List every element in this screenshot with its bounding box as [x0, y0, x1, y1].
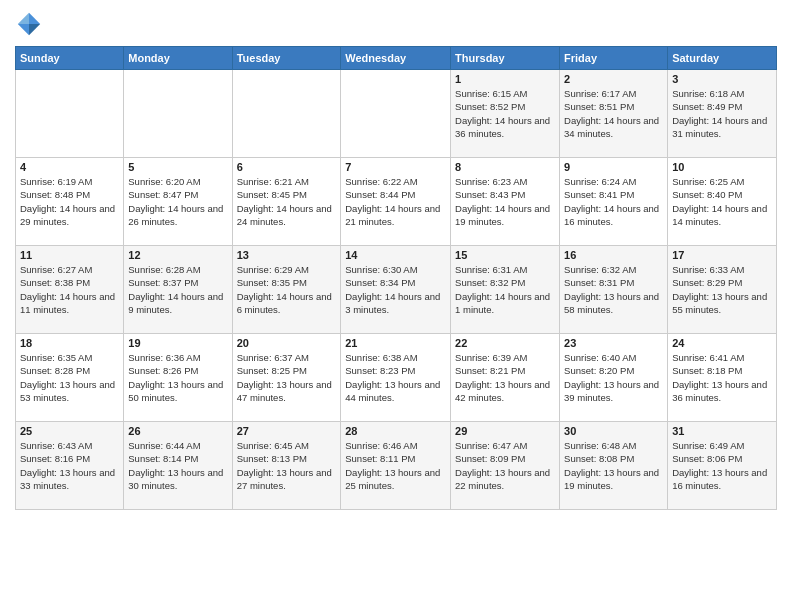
calendar-cell: 18Sunrise: 6:35 AM Sunset: 8:28 PM Dayli… [16, 334, 124, 422]
weekday-header-wednesday: Wednesday [341, 47, 451, 70]
calendar-cell: 24Sunrise: 6:41 AM Sunset: 8:18 PM Dayli… [668, 334, 777, 422]
calendar-cell: 12Sunrise: 6:28 AM Sunset: 8:37 PM Dayli… [124, 246, 232, 334]
day-info: Sunrise: 6:45 AM Sunset: 8:13 PM Dayligh… [237, 439, 337, 492]
day-info: Sunrise: 6:33 AM Sunset: 8:29 PM Dayligh… [672, 263, 772, 316]
day-number: 14 [345, 249, 446, 261]
day-number: 7 [345, 161, 446, 173]
day-number: 5 [128, 161, 227, 173]
calendar-cell: 1Sunrise: 6:15 AM Sunset: 8:52 PM Daylig… [451, 70, 560, 158]
day-number: 29 [455, 425, 555, 437]
day-info: Sunrise: 6:25 AM Sunset: 8:40 PM Dayligh… [672, 175, 772, 228]
logo [15, 10, 47, 38]
calendar-header: SundayMondayTuesdayWednesdayThursdayFrid… [16, 47, 777, 70]
day-number: 8 [455, 161, 555, 173]
day-number: 31 [672, 425, 772, 437]
day-info: Sunrise: 6:35 AM Sunset: 8:28 PM Dayligh… [20, 351, 119, 404]
svg-marker-3 [18, 24, 29, 35]
weekday-header-thursday: Thursday [451, 47, 560, 70]
day-info: Sunrise: 6:28 AM Sunset: 8:37 PM Dayligh… [128, 263, 227, 316]
calendar-cell: 6Sunrise: 6:21 AM Sunset: 8:45 PM Daylig… [232, 158, 341, 246]
week-row-3: 11Sunrise: 6:27 AM Sunset: 8:38 PM Dayli… [16, 246, 777, 334]
svg-marker-1 [29, 24, 40, 35]
calendar-cell [232, 70, 341, 158]
weekday-header-sunday: Sunday [16, 47, 124, 70]
day-info: Sunrise: 6:41 AM Sunset: 8:18 PM Dayligh… [672, 351, 772, 404]
day-info: Sunrise: 6:36 AM Sunset: 8:26 PM Dayligh… [128, 351, 227, 404]
svg-marker-0 [29, 13, 40, 24]
day-number: 26 [128, 425, 227, 437]
day-info: Sunrise: 6:18 AM Sunset: 8:49 PM Dayligh… [672, 87, 772, 140]
week-row-1: 1Sunrise: 6:15 AM Sunset: 8:52 PM Daylig… [16, 70, 777, 158]
weekday-header-monday: Monday [124, 47, 232, 70]
day-number: 17 [672, 249, 772, 261]
weekday-header-friday: Friday [560, 47, 668, 70]
calendar-cell: 3Sunrise: 6:18 AM Sunset: 8:49 PM Daylig… [668, 70, 777, 158]
calendar-cell: 16Sunrise: 6:32 AM Sunset: 8:31 PM Dayli… [560, 246, 668, 334]
day-number: 30 [564, 425, 663, 437]
day-info: Sunrise: 6:17 AM Sunset: 8:51 PM Dayligh… [564, 87, 663, 140]
day-info: Sunrise: 6:49 AM Sunset: 8:06 PM Dayligh… [672, 439, 772, 492]
calendar-cell: 31Sunrise: 6:49 AM Sunset: 8:06 PM Dayli… [668, 422, 777, 510]
day-info: Sunrise: 6:46 AM Sunset: 8:11 PM Dayligh… [345, 439, 446, 492]
day-number: 23 [564, 337, 663, 349]
calendar-cell: 14Sunrise: 6:30 AM Sunset: 8:34 PM Dayli… [341, 246, 451, 334]
day-number: 11 [20, 249, 119, 261]
header [15, 10, 777, 38]
day-number: 10 [672, 161, 772, 173]
day-info: Sunrise: 6:24 AM Sunset: 8:41 PM Dayligh… [564, 175, 663, 228]
day-number: 4 [20, 161, 119, 173]
calendar-cell: 13Sunrise: 6:29 AM Sunset: 8:35 PM Dayli… [232, 246, 341, 334]
day-number: 21 [345, 337, 446, 349]
day-info: Sunrise: 6:38 AM Sunset: 8:23 PM Dayligh… [345, 351, 446, 404]
svg-marker-2 [18, 13, 29, 24]
calendar-table: SundayMondayTuesdayWednesdayThursdayFrid… [15, 46, 777, 510]
calendar-cell: 22Sunrise: 6:39 AM Sunset: 8:21 PM Dayli… [451, 334, 560, 422]
week-row-4: 18Sunrise: 6:35 AM Sunset: 8:28 PM Dayli… [16, 334, 777, 422]
calendar-cell: 27Sunrise: 6:45 AM Sunset: 8:13 PM Dayli… [232, 422, 341, 510]
day-number: 22 [455, 337, 555, 349]
day-info: Sunrise: 6:47 AM Sunset: 8:09 PM Dayligh… [455, 439, 555, 492]
day-number: 6 [237, 161, 337, 173]
day-number: 2 [564, 73, 663, 85]
day-number: 27 [237, 425, 337, 437]
calendar-cell: 10Sunrise: 6:25 AM Sunset: 8:40 PM Dayli… [668, 158, 777, 246]
calendar-cell: 11Sunrise: 6:27 AM Sunset: 8:38 PM Dayli… [16, 246, 124, 334]
week-row-2: 4Sunrise: 6:19 AM Sunset: 8:48 PM Daylig… [16, 158, 777, 246]
calendar-cell: 21Sunrise: 6:38 AM Sunset: 8:23 PM Dayli… [341, 334, 451, 422]
day-number: 28 [345, 425, 446, 437]
calendar-cell: 7Sunrise: 6:22 AM Sunset: 8:44 PM Daylig… [341, 158, 451, 246]
weekday-header-tuesday: Tuesday [232, 47, 341, 70]
calendar-cell: 17Sunrise: 6:33 AM Sunset: 8:29 PM Dayli… [668, 246, 777, 334]
day-info: Sunrise: 6:31 AM Sunset: 8:32 PM Dayligh… [455, 263, 555, 316]
calendar-cell [16, 70, 124, 158]
day-info: Sunrise: 6:39 AM Sunset: 8:21 PM Dayligh… [455, 351, 555, 404]
day-info: Sunrise: 6:15 AM Sunset: 8:52 PM Dayligh… [455, 87, 555, 140]
calendar-body: 1Sunrise: 6:15 AM Sunset: 8:52 PM Daylig… [16, 70, 777, 510]
day-info: Sunrise: 6:19 AM Sunset: 8:48 PM Dayligh… [20, 175, 119, 228]
calendar-cell: 15Sunrise: 6:31 AM Sunset: 8:32 PM Dayli… [451, 246, 560, 334]
day-info: Sunrise: 6:21 AM Sunset: 8:45 PM Dayligh… [237, 175, 337, 228]
calendar-cell: 23Sunrise: 6:40 AM Sunset: 8:20 PM Dayli… [560, 334, 668, 422]
calendar-cell: 28Sunrise: 6:46 AM Sunset: 8:11 PM Dayli… [341, 422, 451, 510]
weekday-row: SundayMondayTuesdayWednesdayThursdayFrid… [16, 47, 777, 70]
calendar-cell: 9Sunrise: 6:24 AM Sunset: 8:41 PM Daylig… [560, 158, 668, 246]
day-info: Sunrise: 6:22 AM Sunset: 8:44 PM Dayligh… [345, 175, 446, 228]
calendar-cell: 30Sunrise: 6:48 AM Sunset: 8:08 PM Dayli… [560, 422, 668, 510]
day-info: Sunrise: 6:27 AM Sunset: 8:38 PM Dayligh… [20, 263, 119, 316]
day-info: Sunrise: 6:43 AM Sunset: 8:16 PM Dayligh… [20, 439, 119, 492]
day-info: Sunrise: 6:44 AM Sunset: 8:14 PM Dayligh… [128, 439, 227, 492]
day-number: 20 [237, 337, 337, 349]
day-info: Sunrise: 6:32 AM Sunset: 8:31 PM Dayligh… [564, 263, 663, 316]
calendar-cell: 2Sunrise: 6:17 AM Sunset: 8:51 PM Daylig… [560, 70, 668, 158]
day-number: 9 [564, 161, 663, 173]
day-number: 15 [455, 249, 555, 261]
day-number: 12 [128, 249, 227, 261]
day-number: 16 [564, 249, 663, 261]
calendar-cell: 29Sunrise: 6:47 AM Sunset: 8:09 PM Dayli… [451, 422, 560, 510]
day-info: Sunrise: 6:48 AM Sunset: 8:08 PM Dayligh… [564, 439, 663, 492]
calendar-cell: 19Sunrise: 6:36 AM Sunset: 8:26 PM Dayli… [124, 334, 232, 422]
day-number: 24 [672, 337, 772, 349]
week-row-5: 25Sunrise: 6:43 AM Sunset: 8:16 PM Dayli… [16, 422, 777, 510]
calendar-cell: 20Sunrise: 6:37 AM Sunset: 8:25 PM Dayli… [232, 334, 341, 422]
weekday-header-saturday: Saturday [668, 47, 777, 70]
